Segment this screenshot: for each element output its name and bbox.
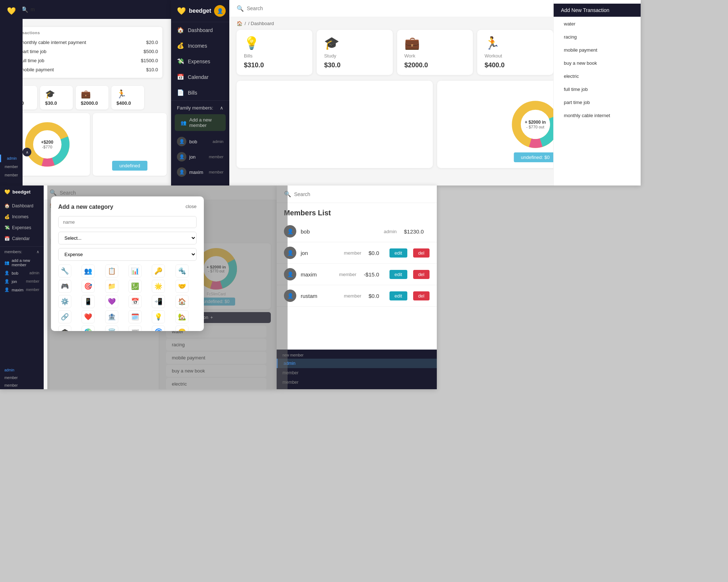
icon-calendar2[interactable]: 📅 xyxy=(128,295,142,308)
member-mode-button-1[interactable]: member xyxy=(277,368,437,378)
icon-house[interactable]: 🏠 xyxy=(175,295,189,308)
category-name-input[interactable] xyxy=(58,216,197,228)
icon-bolt[interactable]: 🔩 xyxy=(175,264,189,278)
rustam-edit-button[interactable]: edit xyxy=(389,291,407,300)
bottom-add-label: add a new member xyxy=(12,258,39,267)
icon-wrench[interactable]: 🔧 xyxy=(58,264,71,278)
icon-trash[interactable]: 🗑️ xyxy=(105,326,118,331)
color-select[interactable]: Select... xyxy=(58,232,197,244)
admin-mode-button[interactable]: admin xyxy=(277,359,437,368)
icon-clipboard[interactable]: 📋 xyxy=(105,264,118,278)
icon-purple[interactable]: 💜 xyxy=(105,295,118,308)
add-member-button[interactable]: 👥 Add a new member xyxy=(175,114,226,131)
category-card-study[interactable]: 🎓 $30.0 xyxy=(40,86,73,109)
icon-chart[interactable]: 📊 xyxy=(128,264,142,278)
modal-close-button[interactable]: close xyxy=(186,204,197,209)
list-item-monthly-cable[interactable]: monthly cable internet xyxy=(558,109,636,121)
bottom-nav-incomes[interactable]: 💰 Incomes xyxy=(0,211,44,222)
icon-mobile[interactable]: 📲 xyxy=(152,295,165,308)
user-role-member-1[interactable]: member xyxy=(0,163,23,171)
icon-key[interactable]: 🔑 xyxy=(152,264,165,278)
bottom-add-member[interactable]: 👥 add a new member xyxy=(0,256,44,269)
family-member-jon[interactable]: 👤 jon member xyxy=(171,149,229,164)
icon-newspaper[interactable]: 📰 xyxy=(128,326,142,331)
bottom-user-btn-member1[interactable]: member xyxy=(0,374,44,382)
family-member-bob[interactable]: 👤 bob admin xyxy=(171,134,229,149)
add-transaction-button[interactable]: Add New Transaction xyxy=(554,4,641,17)
icon-star[interactable]: 🌟 xyxy=(152,280,165,293)
sidebar-item-dashboard[interactable]: 🏠 Dashboard xyxy=(171,22,229,38)
icon-bulb[interactable]: 💡 xyxy=(152,310,165,323)
maxim-edit-button[interactable]: edit xyxy=(389,270,407,279)
category-card-work[interactable]: 💼 $2000.0 xyxy=(76,86,108,109)
icon-gamepad[interactable]: 🎮 xyxy=(58,280,71,293)
dash-card-work[interactable]: 💼 Work $2000.0 xyxy=(397,30,473,75)
member-mode-button-2[interactable]: member xyxy=(277,378,437,387)
bottom-maxim-icon: 👤 xyxy=(4,287,9,292)
list-item-buy-new-book[interactable]: buy a new book xyxy=(558,57,636,69)
sidebar-avatar[interactable]: 👤 xyxy=(214,5,226,17)
jon-del-button[interactable]: del xyxy=(413,248,430,258)
bottom-member-maxim[interactable]: 👤 maxim member xyxy=(0,286,44,294)
bottom-member-bob[interactable]: 👤 bob admin xyxy=(0,269,44,277)
family-member-maxim[interactable]: 👤 maxim member xyxy=(171,164,229,180)
icon-swirl[interactable]: 🌀 xyxy=(152,326,165,331)
bob-list-name: bob xyxy=(301,228,379,235)
icon-chart2[interactable]: 💹 xyxy=(128,280,142,293)
table-row[interactable]: 🔍mobile payment $10.0 xyxy=(9,65,162,74)
icon-smile[interactable]: 😊 xyxy=(175,326,189,331)
sidebar-item-incomes[interactable]: 💰 Incomes xyxy=(171,38,229,53)
rustam-del-button[interactable]: del xyxy=(413,291,430,300)
icon-heart[interactable]: ❤️ xyxy=(82,310,95,323)
bottom-nav-calendar[interactable]: 📅 Calendar xyxy=(0,233,44,244)
sidebar-item-bills[interactable]: 📄 Bills xyxy=(171,85,229,100)
type-select[interactable]: Expense xyxy=(58,248,197,261)
bottom-user-btn-admin[interactable]: admin xyxy=(0,366,44,374)
icon-handshake[interactable]: 🤝 xyxy=(175,280,189,293)
bottom-right-member-label: new member xyxy=(277,352,437,359)
family-section: Family members: ∧ 👥 Add a new member 👤 b… xyxy=(171,100,229,184)
icon-target[interactable]: 🎯 xyxy=(82,280,95,293)
undefined-button-left[interactable]: undefined xyxy=(112,161,147,171)
icon-home2[interactable]: 🏡 xyxy=(175,310,189,323)
dash-card-study[interactable]: 🎓 Study $30.0 xyxy=(317,30,392,75)
icon-gear[interactable]: ⚙️ xyxy=(58,295,71,308)
maxim-del-button[interactable]: del xyxy=(413,270,430,279)
sidebar-item-expenses[interactable]: 💸 Expenses xyxy=(171,53,229,69)
table-row[interactable]: 🔍part time job $500.0 xyxy=(9,47,162,56)
icon-group[interactable]: 👥 xyxy=(82,264,95,278)
undefined-button-main[interactable]: undefined: $0 xyxy=(514,152,557,162)
bottom-nav-expenses[interactable]: 💸 Expenses xyxy=(0,222,44,233)
jon-edit-button[interactable]: edit xyxy=(389,248,407,258)
list-item-electric[interactable]: electric xyxy=(558,70,636,82)
icon-link[interactable]: 🔗 xyxy=(58,310,71,323)
icon-date[interactable]: 🗓️ xyxy=(128,310,142,323)
bottom-member-jon[interactable]: 👤 jon member xyxy=(0,277,44,286)
user-role-admin[interactable]: admin xyxy=(0,155,23,162)
icon-folder[interactable]: 📁 xyxy=(105,280,118,293)
table-row[interactable]: 🔍monthly cable internet payment $20.0 xyxy=(9,38,162,47)
bottom-user-btn-member2[interactable]: member xyxy=(0,382,44,389)
sidebar-item-calendar[interactable]: 📅 Calendar xyxy=(171,69,229,85)
icon-bank[interactable]: 🏦 xyxy=(105,310,118,323)
bottom-nav-dashboard[interactable]: 🏠 Dashboard xyxy=(0,200,44,211)
category-card-workout[interactable]: 🏃 $400.0 xyxy=(111,86,144,109)
icon-phone[interactable]: 📱 xyxy=(82,295,95,308)
icon-graduation[interactable]: 🎓 xyxy=(58,326,71,331)
list-item-mobile-payment[interactable]: mobile payment xyxy=(558,44,636,56)
dash-card-workout[interactable]: 🏃 Workout $400.0 xyxy=(477,30,553,75)
search-input[interactable] xyxy=(31,7,165,12)
list-item-water[interactable]: water xyxy=(558,18,636,30)
members-search-input[interactable] xyxy=(294,191,430,197)
family-label: Family members: xyxy=(177,105,213,111)
dash-card-bills[interactable]: 💡 Bills $310.0 xyxy=(237,30,312,75)
icon-globe[interactable]: 🌍 xyxy=(82,326,95,331)
list-item-full-time-job[interactable]: full time job xyxy=(558,83,636,95)
list-item-part-time-job[interactable]: part time job xyxy=(558,96,636,108)
bills-big-icon: 💡 xyxy=(244,36,259,50)
expand-button[interactable]: ∧ xyxy=(23,148,31,156)
workout-label: Workout xyxy=(484,53,502,59)
user-role-member-2[interactable]: member xyxy=(0,171,23,179)
table-row[interactable]: 🔍full time job $1500.0 xyxy=(9,56,162,65)
list-item-racing[interactable]: racing xyxy=(558,31,636,43)
